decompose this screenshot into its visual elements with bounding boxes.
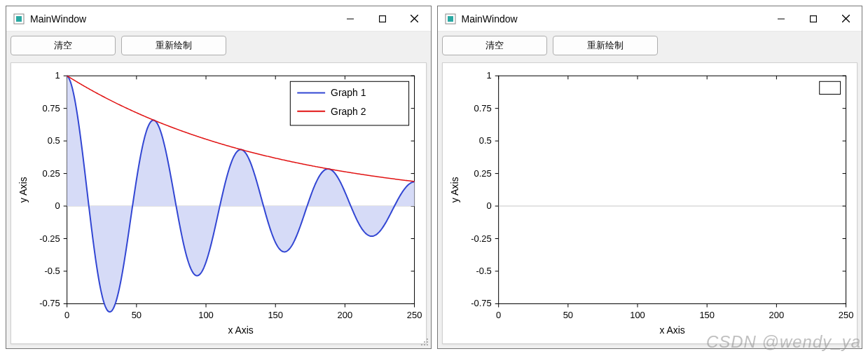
svg-text:200: 200 [769,310,784,320]
close-button[interactable] [829,6,862,32]
svg-text:0: 0 [496,310,501,320]
toolbar: 清空 重新绘制 [6,32,431,60]
svg-text:250: 250 [407,310,422,320]
svg-text:-0.5: -0.5 [476,266,491,276]
plot-svg: 050100150200250-0.75-0.5-0.2500.250.50.7… [11,63,426,343]
maximize-button[interactable] [797,6,829,32]
minimize-button[interactable] [765,6,797,32]
titlebar: MainWindow [6,6,431,32]
svg-text:y Axis: y Axis [449,177,460,203]
plot-svg: 050100150200250-0.75-0.5-0.2500.250.50.7… [443,63,857,343]
svg-text:-0.25: -0.25 [471,233,491,243]
clear-button[interactable]: 清空 [442,36,547,55]
svg-point-61 [424,344,425,345]
svg-rect-66 [811,15,817,22]
titlebar: MainWindow [438,6,862,32]
maximize-button[interactable] [366,6,399,32]
svg-text:0.75: 0.75 [474,103,491,114]
resize-grip-icon[interactable] [420,337,429,347]
svg-text:100: 100 [198,310,214,320]
svg-text:x Axis: x Axis [659,324,684,336]
svg-text:y Axis: y Axis [18,177,29,203]
svg-rect-115 [819,81,840,94]
plot-panel-left[interactable]: 050100150200250-0.75-0.5-0.2500.250.50.7… [11,62,427,344]
app-icon [445,13,456,25]
clear-button-label: 清空 [485,39,504,52]
svg-text:50: 50 [132,310,142,320]
svg-text:1: 1 [55,70,60,81]
window-right: MainWindow 清空 重新绘制 050100150200250-0.75-… [437,6,863,349]
svg-text:150: 150 [268,310,283,320]
svg-text:-0.25: -0.25 [39,233,60,243]
svg-text:-0.5: -0.5 [44,266,60,276]
svg-point-62 [421,344,422,345]
svg-text:-0.75: -0.75 [39,298,60,308]
svg-rect-3 [379,15,385,22]
svg-rect-64 [448,16,453,22]
plot-panel-right[interactable]: 050100150200250-0.75-0.5-0.2500.250.50.7… [442,62,858,344]
redraw-button-label: 重新绘制 [587,39,624,52]
svg-point-57 [427,338,428,340]
svg-text:Graph 1: Graph 1 [331,87,366,98]
minimize-button[interactable] [334,6,366,32]
clear-button-label: 清空 [54,39,72,52]
svg-text:100: 100 [630,310,645,320]
svg-text:200: 200 [338,310,353,320]
redraw-button-label: 重新绘制 [156,39,192,52]
window-title: MainWindow [30,13,86,25]
svg-text:0.25: 0.25 [474,168,491,179]
close-button[interactable] [399,6,431,32]
svg-rect-69 [498,76,846,303]
svg-text:250: 250 [838,310,853,320]
redraw-button[interactable]: 重新绘制 [553,36,658,55]
svg-text:0.25: 0.25 [43,168,60,179]
svg-rect-1 [16,16,22,22]
svg-point-58 [427,341,428,343]
svg-text:0: 0 [55,200,60,211]
svg-text:-0.75: -0.75 [471,298,491,308]
svg-point-59 [427,344,428,345]
svg-text:x Axis: x Axis [228,324,253,336]
svg-text:0.75: 0.75 [43,103,60,114]
svg-text:150: 150 [699,310,715,320]
svg-text:0: 0 [486,200,491,211]
svg-text:Graph 2: Graph 2 [331,106,366,117]
redraw-button[interactable]: 重新绘制 [121,36,226,55]
clear-button[interactable]: 清空 [11,36,116,55]
svg-text:0.5: 0.5 [48,135,60,146]
app-icon [13,13,25,25]
window-left: MainWindow 清空 重新绘制 050100150200250-0.75-… [6,6,432,349]
svg-point-60 [424,341,425,343]
svg-text:0: 0 [64,310,69,320]
svg-text:50: 50 [563,310,572,320]
toolbar: 清空 重新绘制 [438,32,862,60]
svg-text:0.5: 0.5 [478,135,491,146]
window-title: MainWindow [462,13,518,25]
svg-text:1: 1 [486,70,491,81]
